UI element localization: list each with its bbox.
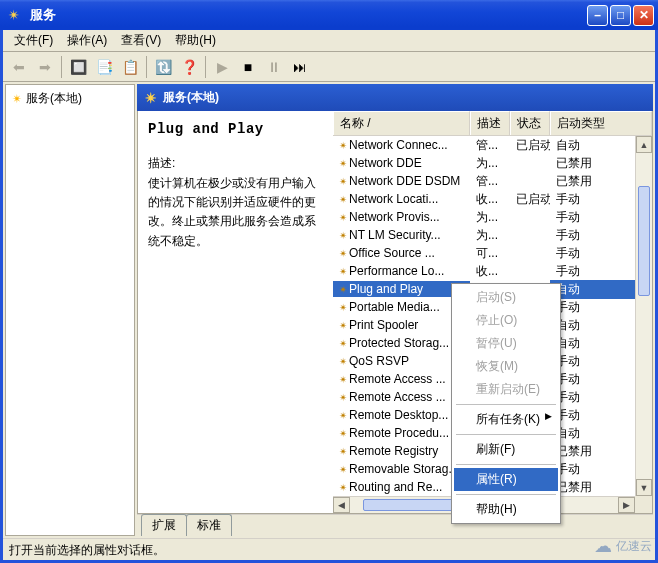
window-title: 服务 [28,6,587,24]
service-name: QoS RSVP [349,354,409,368]
service-row[interactable]: ✴Network DDE为...已禁用 [333,154,652,172]
scroll-down-icon[interactable]: ▼ [636,479,652,496]
menu-view[interactable]: 查看(V) [114,30,168,51]
service-name: Protected Storag... [349,336,449,350]
service-name: Office Source ... [349,246,435,260]
service-row[interactable]: ✴Office Source ...可...手动 [333,244,652,262]
col-name[interactable]: 名称 / [333,111,470,135]
toolbar-properties-icon[interactable]: 📑 [92,55,116,79]
col-desc[interactable]: 描述 [470,111,510,135]
ctx-refresh[interactable]: 刷新(F) [454,438,558,461]
ctx-separator [456,434,556,435]
service-row[interactable]: ✴Performance Lo...收...手动 [333,262,652,280]
menu-help[interactable]: 帮助(H) [168,30,223,51]
gear-icon: ✴ [339,464,347,475]
service-status [510,216,550,218]
scroll-thumb[interactable] [638,186,650,296]
service-name: Remote Access ... [349,372,446,386]
tree-root-label: 服务(本地) [26,90,82,107]
minimize-button[interactable]: – [587,5,608,26]
scroll-left-icon[interactable]: ◀ [333,497,350,513]
tab-extended[interactable]: 扩展 [141,514,187,536]
stop-service-icon[interactable]: ■ [236,55,260,79]
scroll-right-icon[interactable]: ▶ [618,497,635,513]
detail-pane: Plug and Play 描述: 使计算机在极少或没有用户输入的情况下能识别并… [138,111,333,513]
scroll-corner [635,496,652,513]
ctx-pause[interactable]: 暂停(U) [454,332,558,355]
service-desc: 为... [470,226,510,245]
ctx-all-tasks[interactable]: 所有任务(K) [454,408,558,431]
gear-icon: ✴ [12,92,22,106]
service-desc: 收... [470,190,510,209]
tab-standard[interactable]: 标准 [186,514,232,536]
ctx-restart[interactable]: 重新启动(E) [454,378,558,401]
service-name: Network Provis... [349,210,440,224]
pause-service-icon[interactable]: ⏸ [262,55,286,79]
scroll-up-icon[interactable]: ▲ [636,136,652,153]
service-row[interactable]: ✴Network Locati...收...已启动手动 [333,190,652,208]
toolbar-view-icon[interactable]: 🔲 [66,55,90,79]
tree-root[interactable]: ✴ 服务(本地) [10,89,130,108]
ctx-properties[interactable]: 属性(R) [454,468,558,491]
gear-icon: ✴ [339,194,347,205]
gear-icon: ✴ [339,140,347,151]
service-desc: 可... [470,244,510,263]
gear-icon: ✴ [339,266,347,277]
watermark: ☁ 亿速云 [594,535,652,557]
menubar: 文件(F) 操作(A) 查看(V) 帮助(H) [3,30,655,52]
service-status [510,252,550,254]
service-desc: 为... [470,208,510,227]
forward-button[interactable]: ➡ [33,55,57,79]
back-button[interactable]: ⬅ [7,55,31,79]
gear-icon: ✴ [339,482,347,493]
toolbar-help-icon[interactable]: ❓ [177,55,201,79]
toolbar: ⬅ ➡ 🔲 📑 📋 🔃 ❓ ▶ ■ ⏸ ⏭ [3,52,655,82]
ctx-help[interactable]: 帮助(H) [454,498,558,521]
ctx-start[interactable]: 启动(S) [454,286,558,309]
toolbar-export-icon[interactable]: 📋 [118,55,142,79]
gear-icon: ✴ [339,374,347,385]
service-name: Routing and Re... [349,480,442,494]
service-name: Print Spooler [349,318,418,332]
gear-icon: ✴ [339,410,347,421]
service-status [510,234,550,236]
col-status[interactable]: 状态 [510,111,550,135]
gear-icon: ✴ [339,248,347,259]
gear-icon: ✴ [339,230,347,241]
service-row[interactable]: ✴NT LM Security...为...手动 [333,226,652,244]
titlebar: ✴ 服务 – □ ✕ [0,0,658,30]
service-name: Remote Registry [349,444,438,458]
service-status: 已启动 [510,136,550,155]
vertical-scrollbar[interactable]: ▲ ▼ [635,136,652,496]
statusbar: 打开当前选择的属性对话框。 [3,538,655,560]
ctx-separator [456,404,556,405]
service-name: Remote Access ... [349,390,446,404]
toolbar-refresh-icon[interactable]: 🔃 [151,55,175,79]
service-row[interactable]: ✴Network Connec...管...已启动自动 [333,136,652,154]
service-row[interactable]: ✴Network DDE DSDM管...已禁用 [333,172,652,190]
ctx-resume[interactable]: 恢复(M) [454,355,558,378]
panel-header: ✴ 服务(本地) [137,84,653,111]
menu-action[interactable]: 操作(A) [60,30,114,51]
ctx-stop[interactable]: 停止(O) [454,309,558,332]
gear-icon: ✴ [339,284,347,295]
restart-service-icon[interactable]: ⏭ [288,55,312,79]
service-status [510,162,550,164]
ctx-separator [456,464,556,465]
maximize-button[interactable]: □ [610,5,631,26]
menu-file[interactable]: 文件(F) [7,30,60,51]
description-label: 描述: [148,155,323,172]
start-service-icon[interactable]: ▶ [210,55,234,79]
service-name: Remote Procedu... [349,426,449,440]
service-name: Network DDE DSDM [349,174,460,188]
close-button[interactable]: ✕ [633,5,654,26]
gear-icon: ✴ [339,338,347,349]
selected-service-name: Plug and Play [148,121,323,137]
panel-heading: 服务(本地) [163,89,219,106]
col-startup[interactable]: 启动类型 [550,111,652,135]
service-row[interactable]: ✴Network Provis...为...手动 [333,208,652,226]
service-status [510,180,550,182]
service-desc: 管... [470,136,510,155]
service-name: Remote Desktop... [349,408,448,422]
watermark-text: 亿速云 [616,538,652,555]
